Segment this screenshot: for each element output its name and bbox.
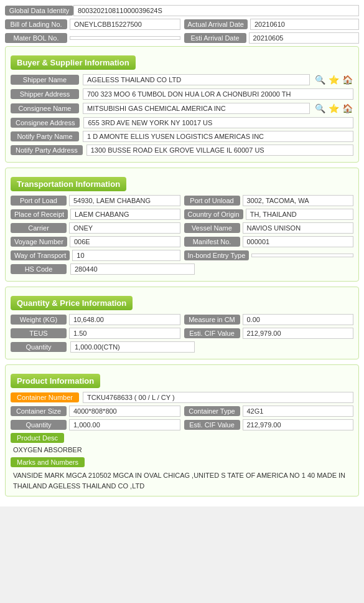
product-desc-label: Product Desc [11, 433, 64, 443]
global-data-row: Global Data Identity 8003202108110000396… [5, 5, 359, 16]
product-cif-value: 212,979.00 [243, 419, 354, 430]
hs-code-label: HS Code [11, 264, 67, 274]
hs-code-row: HS Code 280440 [11, 264, 353, 275]
marks-label: Marks and Numbers [11, 457, 85, 467]
country-origin-group: Country of Origin TH, THAILAND [184, 209, 354, 220]
global-data-value: 800320210811000039624S [73, 5, 359, 16]
consignee-name-label: Consignee Name [11, 103, 79, 113]
esti-arrival-value: 20210605 [249, 32, 360, 44]
product-quantity-group: Quantity 1,000.00 [11, 419, 180, 430]
shipper-home-icon[interactable]: 🏠 [341, 74, 353, 86]
teus-group: TEUS 1.50 [11, 328, 180, 339]
container-size-label: Container Size [11, 406, 67, 416]
marks-container: Marks and Numbers [11, 457, 353, 469]
vessel-value: NAVIOS UNISON [243, 222, 354, 234]
container-type-value: 42G1 [243, 406, 354, 417]
quantity-price-title: Quantity & Price Information [11, 296, 133, 310]
voyage-label: Voyage Number [11, 237, 67, 247]
consignee-home-icon[interactable]: 🏠 [341, 102, 353, 115]
marks-value: VANSIDE MARK MGCA 210502 MGCA IN OVAL CH… [11, 469, 353, 492]
bill-actual-row: Bill of Lading No. ONEYLCBB15227500 Actu… [5, 19, 359, 30]
transportation-title: Transportation Information [11, 177, 126, 191]
quantity-price-header: Quantity & Price Information [11, 291, 353, 314]
product-cif-label: Esti. CIF Value [184, 420, 240, 430]
bill-lading-group: Bill of Lading No. ONEYLCBB15227500 [5, 19, 180, 30]
port-unload-group: Port of Unload 3002, TACOMA, WA [184, 195, 354, 206]
container-number-value: TCKU4768633 ( 00 / L / CY ) [83, 392, 353, 403]
hs-code-value: 280440 [70, 264, 195, 275]
consignee-name-row: Consignee Name MITSUBISHI GAS CHEMICAL A… [11, 102, 353, 115]
consignee-search-icon[interactable]: 🔍 [314, 102, 326, 115]
teus-label: TEUS [11, 328, 67, 338]
consignee-address-row: Consignee Address 655 3RD AVE NEW YORK N… [11, 117, 353, 128]
manifest-label: Manifest No. [184, 237, 240, 247]
product-desc-value: OXYGEN ABSORBER [11, 445, 353, 455]
shipper-name-row: Shipper Name AGELESS THAILAND CO LTD 🔍 ⭐… [11, 74, 353, 86]
way-transport-group: Way of Transport 10 [11, 250, 180, 261]
shipper-name-label: Shipper Name [11, 75, 79, 85]
quantity-row: Quantity 1,000.00(CTN) [11, 341, 353, 353]
voyage-manifest-row: Voyage Number 006E Manifest No. 000001 [11, 236, 353, 247]
consignee-star-icon[interactable]: ⭐ [327, 102, 340, 115]
mater-bol-value [70, 36, 180, 40]
inbond-label: In-bond Entry Type [184, 250, 250, 260]
voyage-value: 006E [70, 236, 180, 247]
port-load-value: 54930, LAEM CHABANG [69, 195, 180, 206]
actual-arrival-group: Actual Arrival Date 20210610 [184, 19, 360, 30]
product-quantity-value: 1,000.00 [69, 419, 180, 430]
way-transport-label: Way of Transport [11, 250, 70, 260]
port-unload-label: Port of Unload [184, 196, 240, 206]
container-number-label: Container Number [11, 392, 79, 402]
esti-arrival-group: Esti Arrival Date 20210605 [184, 32, 360, 44]
weight-group: Weight (KG) 10,648.00 [11, 314, 180, 325]
measure-label: Measure in CM [184, 315, 240, 325]
quantity-label: Quantity [11, 342, 67, 352]
shipper-address-row: Shipper Address 700 323 MOO 6 TUMBOL DON… [11, 88, 353, 100]
teus-cif-row: TEUS 1.50 Esti. CIF Value 212,979.00 [11, 328, 353, 339]
notify-address-label: Notify Party Address [11, 145, 83, 155]
country-origin-value: TH, THAILAND [246, 209, 353, 220]
shipper-address-value: 700 323 MOO 6 TUMBOL DON HUA LOR A CHONB… [83, 88, 353, 100]
global-data-label: Global Data Identity [5, 6, 73, 16]
bill-lading-label: Bill of Lading No. [5, 19, 67, 29]
measure-value: 0.00 [243, 314, 354, 325]
container-size-group: Container Size 4000*808*800 [11, 406, 180, 417]
transportation-header: Transportation Information [11, 172, 353, 195]
notify-address-row: Notify Party Address 1300 BUSSE ROAD ELK… [11, 145, 353, 156]
product-quantity-label: Quantity [11, 420, 67, 430]
container-size-value: 4000*808*800 [69, 406, 180, 417]
place-receipt-value: LAEM CHABANG [70, 209, 180, 220]
bill-lading-value: ONEYLCBB15227500 [70, 19, 180, 30]
inbond-value [251, 254, 353, 257]
way-inbond-row: Way of Transport 10 In-bond Entry Type [11, 250, 353, 261]
product-section: Product Information Container Number TCK… [5, 364, 359, 496]
port-load-group: Port of Load 54930, LAEM CHABANG [11, 195, 180, 206]
notify-name-label: Notify Party Name [11, 131, 79, 141]
weight-value: 10,648.00 [69, 314, 180, 325]
esti-cif-label: Esti. CIF Value [184, 328, 240, 338]
teus-value: 1.50 [69, 328, 180, 339]
weight-measure-row: Weight (KG) 10,648.00 Measure in CM 0.00 [11, 314, 353, 325]
buyer-supplier-section: Buyer & Supplier Information Shipper Nam… [5, 46, 359, 163]
container-size-type-row: Container Size 4000*808*800 Container Ty… [11, 406, 353, 417]
mater-esti-row: Mater BOL No. Esti Arrival Date 20210605 [5, 32, 359, 44]
shipper-search-icon[interactable]: 🔍 [314, 74, 326, 86]
product-header: Product Information [11, 369, 353, 392]
buyer-supplier-header: Buyer & Supplier Information [11, 50, 353, 74]
measure-group: Measure in CM 0.00 [184, 314, 354, 325]
buyer-supplier-title: Buyer & Supplier Information [11, 55, 136, 70]
mater-bol-label: Mater BOL No. [5, 33, 67, 43]
transportation-section: Transportation Information Port of Load … [5, 168, 359, 282]
port-load-unload-row: Port of Load 54930, LAEM CHABANG Port of… [11, 195, 353, 206]
carrier-group: Carrier ONEY [11, 222, 180, 234]
product-title: Product Information [11, 374, 100, 388]
shipper-star-icon[interactable]: ⭐ [327, 74, 340, 86]
carrier-label: Carrier [11, 223, 67, 233]
manifest-value: 000001 [243, 236, 354, 247]
consignee-address-label: Consignee Address [11, 118, 80, 128]
actual-arrival-label: Actual Arrival Date [184, 19, 248, 29]
product-cif-group: Esti. CIF Value 212,979.00 [184, 419, 354, 430]
mater-bol-group: Mater BOL No. [5, 32, 180, 44]
product-desc-container: Product Desc [11, 433, 353, 445]
port-unload-value: 3002, TACOMA, WA [243, 195, 354, 206]
